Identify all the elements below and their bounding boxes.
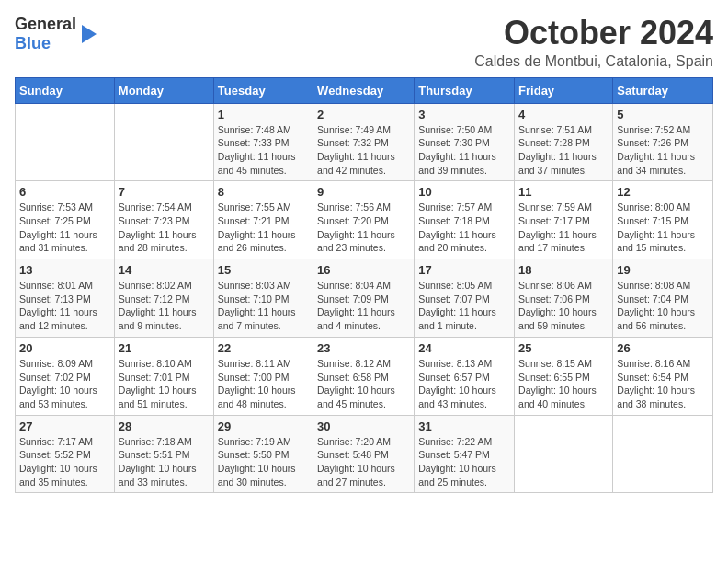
day-number: 16 bbox=[317, 263, 410, 277]
day-number: 14 bbox=[119, 263, 210, 277]
calendar-cell bbox=[515, 415, 613, 493]
page-header: General Blue October 2024 Caldes de Mont… bbox=[15, 15, 713, 70]
calendar-cell: 8Sunrise: 7:55 AMSunset: 7:21 PMDaylight… bbox=[213, 181, 313, 259]
day-info: Sunrise: 8:02 AMSunset: 7:12 PMDaylight:… bbox=[119, 279, 210, 333]
calendar-week-row: 1Sunrise: 7:48 AMSunset: 7:33 PMDaylight… bbox=[16, 103, 713, 181]
calendar-cell: 16Sunrise: 8:04 AMSunset: 7:09 PMDayligh… bbox=[313, 259, 415, 338]
day-number: 5 bbox=[617, 108, 709, 121]
month-title: October 2024 bbox=[474, 15, 713, 52]
day-number: 26 bbox=[617, 341, 709, 355]
day-info: Sunrise: 8:08 AMSunset: 7:04 PMDaylight:… bbox=[617, 279, 709, 333]
calendar-cell: 15Sunrise: 8:03 AMSunset: 7:10 PMDayligh… bbox=[213, 259, 313, 338]
day-info: Sunrise: 7:57 AMSunset: 7:18 PMDaylight:… bbox=[418, 201, 510, 255]
calendar-cell bbox=[114, 103, 213, 181]
weekday-header-thursday: Thursday bbox=[415, 77, 515, 103]
day-number: 1 bbox=[218, 108, 309, 121]
logo-general: General bbox=[15, 15, 76, 33]
day-number: 15 bbox=[218, 263, 309, 277]
day-info: Sunrise: 8:13 AMSunset: 6:57 PMDaylight:… bbox=[418, 357, 510, 411]
calendar-cell bbox=[16, 103, 115, 181]
day-number: 8 bbox=[218, 185, 309, 199]
calendar-cell: 28Sunrise: 7:18 AMSunset: 5:51 PMDayligh… bbox=[114, 415, 213, 493]
day-number: 19 bbox=[617, 263, 709, 277]
day-number: 27 bbox=[19, 419, 110, 433]
calendar-cell: 2Sunrise: 7:49 AMSunset: 7:32 PMDaylight… bbox=[313, 103, 415, 181]
day-number: 31 bbox=[418, 419, 510, 433]
day-info: Sunrise: 7:22 AMSunset: 5:47 PMDaylight:… bbox=[418, 435, 510, 489]
day-info: Sunrise: 7:49 AMSunset: 7:32 PMDaylight:… bbox=[317, 123, 410, 178]
day-info: Sunrise: 7:20 AMSunset: 5:48 PMDaylight:… bbox=[317, 435, 410, 489]
calendar-cell bbox=[613, 415, 713, 493]
calendar-cell: 5Sunrise: 7:52 AMSunset: 7:26 PMDaylight… bbox=[613, 103, 713, 181]
day-info: Sunrise: 8:04 AMSunset: 7:09 PMDaylight:… bbox=[317, 279, 410, 333]
day-info: Sunrise: 8:10 AMSunset: 7:01 PMDaylight:… bbox=[119, 357, 210, 411]
calendar-cell: 13Sunrise: 8:01 AMSunset: 7:13 PMDayligh… bbox=[16, 259, 115, 338]
calendar-cell: 14Sunrise: 8:02 AMSunset: 7:12 PMDayligh… bbox=[114, 259, 213, 338]
logo-wordmark: General Blue bbox=[15, 15, 76, 53]
calendar-cell: 26Sunrise: 8:16 AMSunset: 6:54 PMDayligh… bbox=[613, 337, 713, 415]
day-info: Sunrise: 7:56 AMSunset: 7:20 PMDaylight:… bbox=[317, 201, 410, 255]
day-number: 22 bbox=[218, 341, 309, 355]
calendar-header: SundayMondayTuesdayWednesdayThursdayFrid… bbox=[16, 77, 713, 103]
day-number: 24 bbox=[418, 341, 510, 355]
day-info: Sunrise: 7:54 AMSunset: 7:23 PMDaylight:… bbox=[119, 201, 210, 255]
day-info: Sunrise: 8:06 AMSunset: 7:06 PMDaylight:… bbox=[518, 279, 609, 333]
day-info: Sunrise: 7:52 AMSunset: 7:26 PMDaylight:… bbox=[617, 123, 709, 178]
weekday-header-row: SundayMondayTuesdayWednesdayThursdayFrid… bbox=[16, 77, 713, 103]
calendar-cell: 7Sunrise: 7:54 AMSunset: 7:23 PMDaylight… bbox=[114, 181, 213, 259]
weekday-header-sunday: Sunday bbox=[16, 77, 115, 103]
day-number: 20 bbox=[19, 341, 110, 355]
day-info: Sunrise: 8:12 AMSunset: 6:58 PMDaylight:… bbox=[317, 357, 410, 411]
weekday-header-monday: Monday bbox=[114, 77, 213, 103]
calendar-cell: 1Sunrise: 7:48 AMSunset: 7:33 PMDaylight… bbox=[213, 103, 313, 181]
calendar-cell: 25Sunrise: 8:15 AMSunset: 6:55 PMDayligh… bbox=[515, 337, 613, 415]
calendar-cell: 20Sunrise: 8:09 AMSunset: 7:02 PMDayligh… bbox=[16, 337, 115, 415]
calendar-cell: 31Sunrise: 7:22 AMSunset: 5:47 PMDayligh… bbox=[415, 415, 515, 493]
weekday-header-tuesday: Tuesday bbox=[213, 77, 313, 103]
logo: General Blue bbox=[15, 15, 97, 53]
logo-arrow-icon bbox=[82, 25, 97, 43]
day-number: 6 bbox=[19, 185, 110, 199]
day-number: 30 bbox=[317, 419, 410, 433]
calendar-table: SundayMondayTuesdayWednesdayThursdayFrid… bbox=[15, 77, 713, 494]
day-number: 28 bbox=[119, 419, 210, 433]
calendar-week-row: 20Sunrise: 8:09 AMSunset: 7:02 PMDayligh… bbox=[16, 337, 713, 415]
day-info: Sunrise: 7:19 AMSunset: 5:50 PMDaylight:… bbox=[218, 435, 309, 489]
calendar-cell: 21Sunrise: 8:10 AMSunset: 7:01 PMDayligh… bbox=[114, 337, 213, 415]
calendar-cell: 27Sunrise: 7:17 AMSunset: 5:52 PMDayligh… bbox=[16, 415, 115, 493]
calendar-cell: 3Sunrise: 7:50 AMSunset: 7:30 PMDaylight… bbox=[415, 103, 515, 181]
day-number: 12 bbox=[617, 185, 709, 199]
day-number: 2 bbox=[317, 108, 410, 121]
calendar-cell: 24Sunrise: 8:13 AMSunset: 6:57 PMDayligh… bbox=[415, 337, 515, 415]
weekday-header-wednesday: Wednesday bbox=[313, 77, 415, 103]
calendar-cell: 18Sunrise: 8:06 AMSunset: 7:06 PMDayligh… bbox=[515, 259, 613, 338]
day-info: Sunrise: 8:03 AMSunset: 7:10 PMDaylight:… bbox=[218, 279, 309, 333]
day-info: Sunrise: 8:15 AMSunset: 6:55 PMDaylight:… bbox=[518, 357, 609, 411]
day-info: Sunrise: 8:11 AMSunset: 7:00 PMDaylight:… bbox=[218, 357, 309, 411]
calendar-cell: 10Sunrise: 7:57 AMSunset: 7:18 PMDayligh… bbox=[415, 181, 515, 259]
logo-blue: Blue bbox=[15, 34, 51, 52]
calendar-cell: 11Sunrise: 7:59 AMSunset: 7:17 PMDayligh… bbox=[515, 181, 613, 259]
day-info: Sunrise: 8:09 AMSunset: 7:02 PMDaylight:… bbox=[19, 357, 110, 411]
calendar-week-row: 6Sunrise: 7:53 AMSunset: 7:25 PMDaylight… bbox=[16, 181, 713, 259]
day-info: Sunrise: 7:51 AMSunset: 7:28 PMDaylight:… bbox=[518, 123, 609, 178]
day-number: 10 bbox=[418, 185, 510, 199]
title-block: October 2024 Caldes de Montbui, Cataloni… bbox=[474, 15, 713, 70]
calendar-cell: 23Sunrise: 8:12 AMSunset: 6:58 PMDayligh… bbox=[313, 337, 415, 415]
calendar-cell: 22Sunrise: 8:11 AMSunset: 7:00 PMDayligh… bbox=[213, 337, 313, 415]
location-title: Caldes de Montbui, Catalonia, Spain bbox=[474, 53, 713, 70]
day-number: 17 bbox=[418, 263, 510, 277]
calendar-cell: 4Sunrise: 7:51 AMSunset: 7:28 PMDaylight… bbox=[515, 103, 613, 181]
calendar-week-row: 13Sunrise: 8:01 AMSunset: 7:13 PMDayligh… bbox=[16, 259, 713, 338]
day-number: 11 bbox=[518, 185, 609, 199]
day-info: Sunrise: 7:53 AMSunset: 7:25 PMDaylight:… bbox=[19, 201, 110, 255]
day-info: Sunrise: 8:05 AMSunset: 7:07 PMDaylight:… bbox=[418, 279, 510, 333]
day-info: Sunrise: 7:50 AMSunset: 7:30 PMDaylight:… bbox=[418, 123, 510, 178]
day-number: 9 bbox=[317, 185, 410, 199]
day-info: Sunrise: 7:18 AMSunset: 5:51 PMDaylight:… bbox=[119, 435, 210, 489]
calendar-cell: 9Sunrise: 7:56 AMSunset: 7:20 PMDaylight… bbox=[313, 181, 415, 259]
weekday-header-friday: Friday bbox=[515, 77, 613, 103]
day-info: Sunrise: 8:16 AMSunset: 6:54 PMDaylight:… bbox=[617, 357, 709, 411]
calendar-cell: 19Sunrise: 8:08 AMSunset: 7:04 PMDayligh… bbox=[613, 259, 713, 338]
calendar-body: 1Sunrise: 7:48 AMSunset: 7:33 PMDaylight… bbox=[16, 103, 713, 493]
